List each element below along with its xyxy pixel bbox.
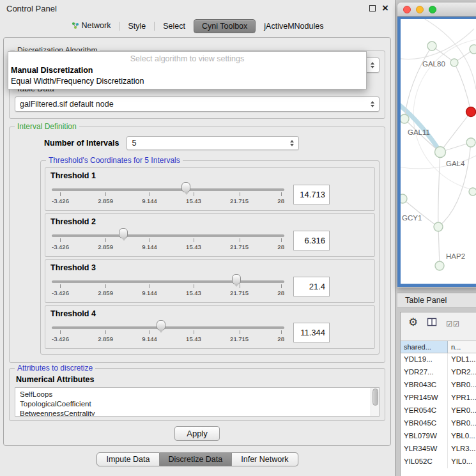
node-label: GAL80 <box>422 60 445 68</box>
threshold-4-value-field[interactable]: 11.344 <box>293 323 330 342</box>
list-scrollbar[interactable] <box>371 388 379 416</box>
column-header-name[interactable]: n... <box>448 341 476 353</box>
threshold-1-slider[interactable]: -3.4262.8599.14415.4321.71528 <box>50 181 286 208</box>
list-item[interactable]: TopologicalCoefficient <box>20 399 369 409</box>
table-row[interactable]: YER054CYER0... <box>401 404 476 417</box>
top-tabstrip: Network Style Select Cyni Toolbox jActiv… <box>0 17 395 36</box>
gear-icon[interactable]: ⚙ <box>408 317 418 328</box>
threshold-3-value-field[interactable]: 21.4 <box>293 277 330 296</box>
number-of-intervals-select[interactable]: 5 <box>127 136 299 150</box>
bottom-tabstrip: Impute Data Discretize Data Infer Networ… <box>0 452 395 466</box>
tab-label: Network <box>82 21 111 30</box>
combo-arrows-icon <box>290 140 294 146</box>
zoom-traffic-light-icon[interactable] <box>429 6 436 13</box>
list-item[interactable]: BetweennessCentrality <box>20 409 369 417</box>
slider-scale: -3.4262.8599.14415.4321.71528 <box>52 289 284 296</box>
table-row[interactable]: YDL19...YDL1... <box>401 353 476 366</box>
window-title: Control Panel <box>6 4 369 13</box>
threshold-4-slider[interactable]: -3.4262.8599.14415.4321.71528 <box>50 319 286 346</box>
tab-infer-network[interactable]: Infer Network <box>232 452 298 466</box>
slider-thumb[interactable] <box>232 274 241 284</box>
threshold-1-value-field[interactable]: 14.713 <box>293 185 330 204</box>
table-row[interactable]: YBR045CYBR0... <box>401 417 476 430</box>
network-node-selected[interactable] <box>466 107 476 117</box>
table-header-row: shared... n... <box>401 341 476 353</box>
threshold-label: Threshold 1 <box>50 171 369 180</box>
network-node[interactable] <box>401 114 409 123</box>
network-node[interactable] <box>470 45 476 54</box>
slider-scale: -3.4262.8599.14415.4321.71528 <box>52 197 284 204</box>
threshold-panel-4: Threshold 4 -3.4262.8599.14415.4321.7152… <box>45 305 375 349</box>
table-row[interactable]: YLR345WYLR3... <box>401 443 476 456</box>
table-row[interactable]: YBR043CYBR0... <box>401 379 476 392</box>
node-label: HAP2 <box>446 252 465 260</box>
tab-style[interactable]: Style <box>125 20 148 33</box>
float-window-icon[interactable] <box>369 5 376 12</box>
column-header-shared-name[interactable]: shared... <box>401 341 448 353</box>
slider-track[interactable] <box>52 326 284 329</box>
close-traffic-light-icon[interactable] <box>403 6 411 13</box>
table-panel-header[interactable]: Table Panel <box>397 293 476 308</box>
slider-thumb[interactable] <box>119 228 128 238</box>
network-node[interactable] <box>466 138 475 147</box>
dropdown-placeholder: Select algorithm to view settings <box>8 53 366 65</box>
table-data-select[interactable]: galFiltered.sif default node <box>15 96 380 112</box>
table-row[interactable]: YDR27...YDR2... <box>401 366 476 379</box>
group-title: Interval Definition <box>15 122 79 131</box>
scrollbar-thumb[interactable] <box>372 388 378 406</box>
tab-network[interactable]: Network <box>69 19 114 33</box>
attributes-list[interactable]: SelfLoops TopologicalCoefficient Between… <box>15 387 380 417</box>
close-icon[interactable]: × <box>382 5 388 12</box>
slider-scale: -3.4262.8599.14415.4321.71528 <box>52 243 284 250</box>
slider-track[interactable] <box>52 280 284 283</box>
threshold-2-value-field[interactable]: 6.316 <box>293 231 330 250</box>
tab-cyni-toolbox[interactable]: Cyni Toolbox <box>194 19 256 33</box>
tab-discretize-data[interactable]: Discretize Data <box>160 452 233 466</box>
apply-button[interactable]: Apply <box>174 426 220 441</box>
network-window-titlebar[interactable] <box>397 3 476 17</box>
tab-impute-data[interactable]: Impute Data <box>96 452 159 466</box>
node-label: GCY1 <box>402 214 422 222</box>
table-row[interactable]: YBL079WYBL0... <box>401 430 476 443</box>
tab-select[interactable]: Select <box>160 20 188 33</box>
table-row[interactable]: YPR145WYPR1... <box>401 392 476 404</box>
node-label: GAL11 <box>408 128 430 136</box>
table-row[interactable]: YIL052CYIL0... <box>401 456 476 468</box>
control-panel-window: Control Panel × Network <box>0 0 395 476</box>
network-node[interactable] <box>434 222 443 231</box>
network-node[interactable] <box>427 42 436 50</box>
thresholds-group: Threshold's Coordinates for 5 Intervals … <box>40 160 380 355</box>
interval-definition-group: Interval Definition Number of Intervals … <box>9 127 385 363</box>
threshold-3-slider[interactable]: -3.4262.8599.14415.4321.71528 <box>50 273 286 300</box>
network-node[interactable] <box>450 59 458 66</box>
tab-jactivemnodules[interactable]: jActiveMNodules <box>261 20 326 33</box>
network-tab-icon <box>72 22 79 31</box>
threshold-panel-3: Threshold 3 -3.4262.8599.14415.4321.7152… <box>45 259 375 303</box>
algorithm-dropdown-popup: Select algorithm to view settings Manual… <box>8 51 367 89</box>
network-node[interactable] <box>435 261 444 270</box>
slider-track[interactable] <box>52 188 284 191</box>
network-node[interactable] <box>435 147 446 158</box>
cyni-toolbox-panel: Discretization Algorithm Select algorith… <box>3 37 391 446</box>
dropdown-option-equal-width[interactable]: Equal Width/Frequency Discretization <box>8 76 366 87</box>
threshold-label: Threshold 3 <box>50 263 369 272</box>
table-panel-title: Table Panel <box>405 296 447 305</box>
table-body: YDL19...YDL1... YDR27...YDR2... YBR043CY… <box>401 353 476 476</box>
checkbox-filter-icon[interactable]: ☑☑ <box>446 317 460 330</box>
slider-thumb[interactable] <box>181 182 190 192</box>
dropdown-option-manual-discretization[interactable]: Manual Discretization <box>8 65 366 76</box>
network-node[interactable] <box>401 194 407 203</box>
screen: Control Panel × Network <box>0 0 476 476</box>
network-node[interactable] <box>469 188 476 196</box>
list-item[interactable]: SelfLoops <box>20 390 369 399</box>
slider-thumb[interactable] <box>157 320 165 330</box>
minimize-traffic-light-icon[interactable] <box>416 6 424 13</box>
combo-arrows-icon <box>371 101 374 107</box>
columns-icon[interactable] <box>427 317 437 330</box>
threshold-2-slider[interactable]: -3.4262.8599.14415.4321.71528 <box>50 227 286 254</box>
node-label: GAL4 <box>446 160 465 167</box>
slider-track[interactable] <box>52 234 284 237</box>
network-canvas[interactable]: GAL80 GAL11 GAL4 GCY1 HAP2 <box>397 17 476 287</box>
network-view-window: GAL80 GAL11 GAL4 GCY1 HAP2 <box>397 3 476 288</box>
tab-separator <box>119 22 119 31</box>
